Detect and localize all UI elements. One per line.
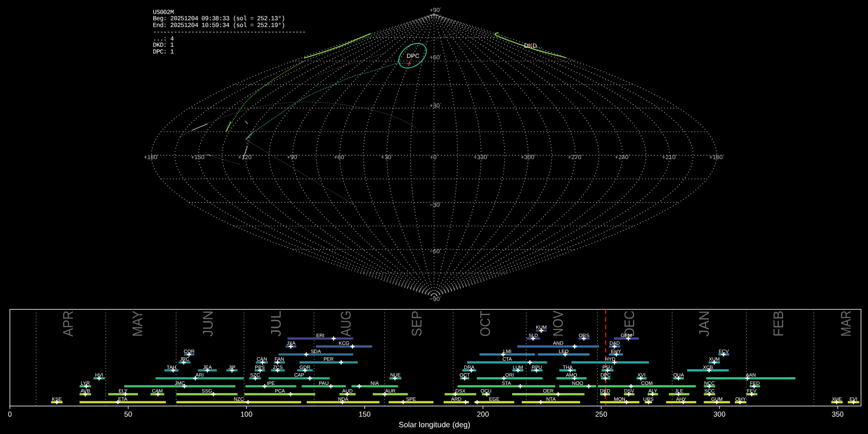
svg-text:PER: PER — [324, 357, 334, 362]
svg-text:MAR: MAR — [839, 311, 854, 337]
svg-text:CQR: CQR — [184, 349, 195, 354]
svg-text:Solar longitude (deg): Solar longitude (deg) — [399, 421, 471, 429]
svg-text:+60°: +60° — [430, 54, 441, 61]
svg-text:+210°: +210° — [662, 154, 677, 161]
svg-text:PPS: PPS — [255, 365, 265, 370]
svg-text:CAM: CAM — [152, 389, 163, 394]
svg-text:JAN: JAN — [697, 311, 712, 337]
svg-text:NIA: NIA — [371, 381, 379, 386]
svg-text:NOV: NOV — [551, 310, 566, 337]
svg-text:JUL: JUL — [269, 311, 284, 337]
svg-text:PAU: PAU — [319, 381, 328, 386]
svg-text:ETA: ETA — [118, 397, 127, 402]
svg-text:AMO: AMO — [566, 373, 577, 378]
svg-text:DRA: DRA — [464, 365, 475, 370]
svg-text:DPC: DPC — [600, 373, 611, 378]
svg-text:SPE: SPE — [406, 397, 416, 402]
svg-text:HYD: HYD — [605, 357, 616, 362]
svg-text:THA: THA — [563, 365, 573, 370]
svg-text:ECV: ECV — [719, 349, 729, 354]
svg-text:−60°: −60° — [430, 248, 441, 255]
svg-text:SDA: SDA — [311, 349, 321, 354]
svg-text:ELY: ELY — [119, 389, 128, 394]
svg-text:DPC: 1: DPC: 1 — [153, 48, 174, 55]
svg-text:SSG: SSG — [202, 389, 212, 394]
svg-text:KSE: KSE — [52, 397, 62, 402]
svg-text:+180°: +180° — [144, 154, 159, 161]
svg-text:URS: URS — [643, 397, 654, 402]
svg-text:JUN: JUN — [201, 311, 216, 337]
svg-text:GEM: GEM — [621, 333, 632, 339]
svg-text:300: 300 — [713, 410, 725, 419]
svg-text:PCA: PCA — [275, 389, 285, 394]
svg-text:TAH: TAH — [167, 365, 176, 370]
svg-text:AVB: AVB — [81, 389, 90, 394]
svg-text:LYR: LYR — [81, 381, 90, 386]
svg-text:OCU: OCU — [481, 389, 492, 394]
svg-text:ZCS: ZCS — [273, 365, 283, 370]
svg-text:EVI: EVI — [850, 397, 857, 402]
svg-text:SEP: SEP — [409, 311, 424, 337]
svg-text:JXA: JXA — [286, 341, 296, 346]
svg-text:ORS: ORS — [579, 333, 589, 339]
svg-text:50: 50 — [124, 410, 132, 419]
svg-text:COM: COM — [641, 381, 653, 386]
svg-text:+150°: +150° — [191, 154, 206, 161]
svg-text:APR: APR — [61, 311, 76, 337]
svg-text:DPC: DPC — [407, 52, 419, 59]
svg-text:LEO: LEO — [559, 349, 569, 354]
svg-text:SZC: SZC — [250, 373, 260, 378]
svg-text:DKD: DKD — [600, 389, 610, 394]
svg-text:−30°: −30° — [430, 202, 441, 208]
svg-text:ERI: ERI — [316, 333, 325, 339]
svg-text:MAY: MAY — [130, 311, 146, 337]
svg-text:JRC: JRC — [180, 357, 190, 362]
svg-text:ALY: ALY — [649, 389, 658, 394]
svg-text:LMI: LMI — [503, 349, 512, 354]
svg-text:CTA: CTA — [502, 357, 512, 362]
svg-text:XHE: XHE — [832, 397, 842, 402]
svg-text:+90°: +90° — [287, 154, 298, 161]
svg-text:NOO: NOO — [572, 381, 583, 386]
svg-text:KCG: KCG — [339, 341, 349, 346]
svg-text:QUA: QUA — [673, 373, 684, 378]
svg-text:GUM: GUM — [711, 397, 723, 402]
svg-text:------------------------------: ----------------------------------------… — [153, 28, 306, 36]
svg-text:CAN: CAN — [257, 357, 267, 362]
svg-text:NDA: NDA — [338, 397, 349, 402]
svg-text:JMC: JMC — [175, 381, 185, 386]
svg-text:+120°: +120° — [238, 154, 253, 161]
svg-text:GDR: GDR — [299, 365, 311, 370]
svg-text:STA: STA — [502, 381, 511, 386]
svg-text:OER: OER — [543, 389, 554, 394]
svg-text:AHY: AHY — [676, 397, 686, 402]
svg-text:AAN: AAN — [746, 373, 756, 378]
svg-text:ORI: ORI — [505, 373, 514, 378]
svg-text:+300°: +300° — [521, 154, 536, 161]
svg-text:+30°: +30° — [381, 154, 393, 161]
svg-text:200: 200 — [477, 410, 489, 419]
svg-text:+60°: +60° — [334, 154, 345, 161]
svg-text:XUM: XUM — [709, 357, 720, 362]
svg-text:OCT: OCT — [460, 373, 470, 378]
svg-text:100: 100 — [240, 410, 252, 419]
svg-text:SLD: SLD — [529, 333, 538, 339]
svg-text:LUM: LUM — [513, 365, 523, 370]
svg-text:FEV: FEV — [747, 389, 757, 394]
svg-text:350: 350 — [832, 410, 844, 419]
svg-text:NTA: NTA — [546, 397, 556, 402]
svg-text:FED: FED — [750, 381, 760, 386]
svg-text:HVI: HVI — [95, 373, 103, 378]
svg-text:+240°: +240° — [615, 154, 630, 161]
svg-text:FEB: FEB — [771, 311, 787, 337]
svg-text:XCB: XCB — [703, 365, 713, 370]
svg-text:MON: MON — [614, 397, 625, 402]
svg-text:EGE: EGE — [489, 397, 500, 402]
svg-text:JIP: JIP — [229, 365, 236, 370]
svg-text:AUD: AUD — [342, 389, 353, 394]
svg-text:RPU: RPU — [531, 365, 542, 370]
svg-text:SCC: SCC — [704, 389, 715, 394]
svg-text:DSV: DSV — [624, 389, 634, 394]
svg-text:AND: AND — [553, 341, 564, 346]
svg-text:DAD: DAD — [610, 341, 620, 346]
